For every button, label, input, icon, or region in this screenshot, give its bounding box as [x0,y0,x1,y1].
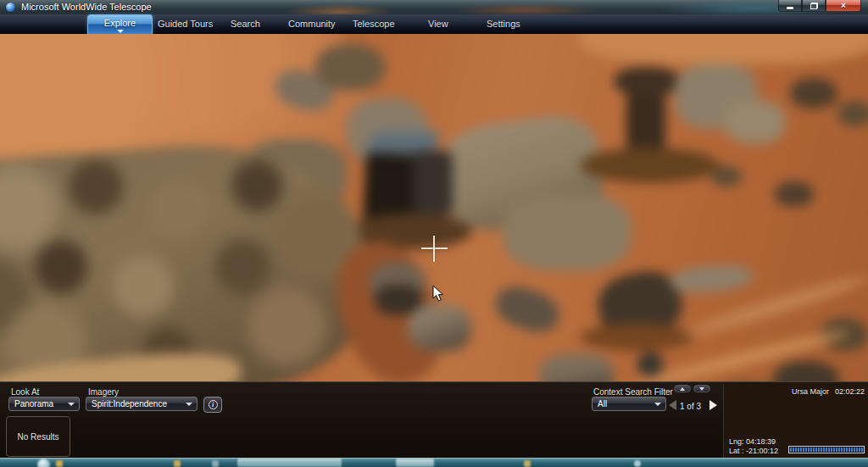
tab-telescope[interactable]: Telescope [353,14,395,34]
title-bar[interactable]: Microsoft WorldWide Telescope × [0,0,868,14]
no-results-text: No Results [18,432,59,442]
chevron-down-icon [68,403,75,406]
zoom-level-meter[interactable] [788,446,865,453]
quick-launch-icon[interactable] [174,460,181,467]
imagery-value: Spirit:Independence [92,399,167,409]
start-orb[interactable] [37,459,50,467]
restore-icon [810,3,818,9]
close-button[interactable]: × [826,0,861,12]
terrain-rock [726,101,785,143]
tab-guided-tours[interactable]: Guided Tours [158,14,213,34]
imagery-info-button[interactable]: i [203,397,222,413]
longitude-readout: Lng: 04:18:39 [729,437,776,446]
terrain-rock [490,280,564,338]
context-filter-value: All [598,399,607,409]
chevron-down-icon [699,387,704,391]
app-window: Microsoft WorldWide Telescope × Explore … [0,0,868,467]
tab-explore[interactable]: Explore [87,14,153,34]
info-icon: i [209,400,218,409]
zoom-level-fill [790,448,863,452]
look-at-dropdown[interactable]: Panorama [8,397,80,411]
quick-launch-icon[interactable] [524,460,531,467]
terrain-rock [504,194,631,270]
pager-previous-button[interactable] [669,400,676,410]
explore-control-panel: Look At Panorama Imagery Spirit:Independ… [0,381,868,458]
mars-panorama-image [0,34,868,381]
mouse-cursor [432,285,446,303]
terrain-rock [773,361,839,381]
panel-collapse-down-button[interactable] [693,385,710,392]
cube-rock-side [414,151,453,215]
terrain-rock [775,181,814,207]
chevron-down-icon [117,30,124,33]
terrain-rock [790,78,837,108]
terrain-rock [637,353,663,376]
imagery-label: Imagery [88,387,119,397]
terrain-rock [711,166,742,186]
pager-text: 1 of 3 [680,402,701,411]
close-icon: × [841,1,846,10]
clock-time: 02:02:22 [835,387,865,396]
app-globe-icon [6,3,15,12]
constellation-label: Ursa Major [792,387,829,396]
view-status-pane: Ursa Major 02:02:22 Lng: 04:18:39 Lat : … [724,382,868,459]
tab-search[interactable]: Search [231,14,260,34]
rock-shadow [580,324,694,351]
terrain-rock [837,101,868,126]
quick-launch-icon[interactable] [56,460,63,467]
menu-bar: Explore Guided Tours Search Community Te… [0,14,868,34]
context-filter-dropdown[interactable]: All [592,397,666,411]
windows-taskbar[interactable] [0,458,868,467]
terrain-rock [539,353,614,381]
minimize-button[interactable] [778,0,802,12]
terrain-rock [669,263,754,295]
tab-settings[interactable]: Settings [487,14,520,34]
tab-community[interactable]: Community [288,14,336,34]
window-title: Microsoft WorldWide Telescope [21,2,152,12]
chevron-down-icon [654,403,661,406]
pillar-rock-top [614,67,680,96]
context-search-filter-label: Context Search Filter [593,387,673,397]
terrain-light [580,34,868,64]
chevron-down-icon [186,403,192,406]
quick-launch-icon[interactable] [634,460,641,467]
tab-view[interactable]: View [428,14,448,34]
restore-button[interactable] [802,0,826,12]
terrain-rock [315,44,385,91]
panel-collapse-up-button[interactable] [674,385,691,392]
taskbar-window-button[interactable] [237,459,342,467]
tab-explore-label: Explore [104,18,136,28]
quick-launch-icon[interactable] [212,460,219,467]
search-results-placeholder: No Results [6,416,70,457]
imagery-dropdown[interactable]: Spirit:Independence [86,397,198,411]
latitude-readout: Lat : -21:00:12 [729,447,778,455]
pager-next-button[interactable] [709,400,717,410]
sky-viewport[interactable] [0,34,868,381]
crosshair-icon [433,236,435,262]
terrain-rock [409,304,471,352]
rock-shadow [580,147,720,183]
taskbar-window-button[interactable] [396,459,434,467]
look-at-label: Look At [11,387,39,397]
minimize-icon [787,7,793,9]
chevron-up-icon [680,387,685,391]
look-at-value: Panorama [14,399,53,409]
